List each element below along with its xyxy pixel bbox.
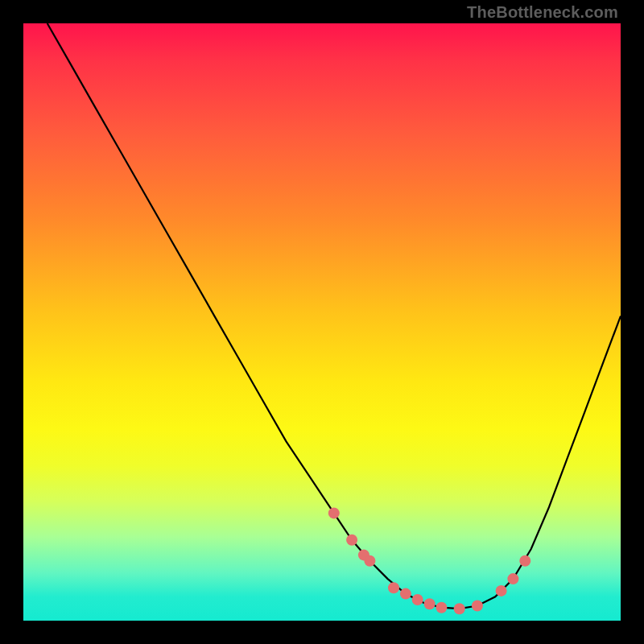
watermark-text: TheBottleneck.com xyxy=(467,3,618,22)
highlight-dot xyxy=(496,585,507,597)
highlight-dot xyxy=(507,573,518,584)
highlight-dot xyxy=(388,582,399,593)
highlight-dot xyxy=(412,594,423,605)
highlight-dot xyxy=(472,601,483,612)
bottleneck-curve xyxy=(47,23,621,609)
highlight-dots-group xyxy=(328,507,531,614)
highlight-dot xyxy=(400,588,411,600)
highlight-dot xyxy=(436,602,447,613)
highlight-dot xyxy=(328,507,340,518)
bottleneck-curve-svg xyxy=(23,23,621,621)
highlight-dot xyxy=(519,555,530,567)
highlight-dot xyxy=(364,555,375,567)
highlight-dot xyxy=(454,603,465,614)
highlight-dot xyxy=(424,598,436,609)
highlight-dot xyxy=(346,535,357,546)
chart-frame xyxy=(23,23,621,621)
